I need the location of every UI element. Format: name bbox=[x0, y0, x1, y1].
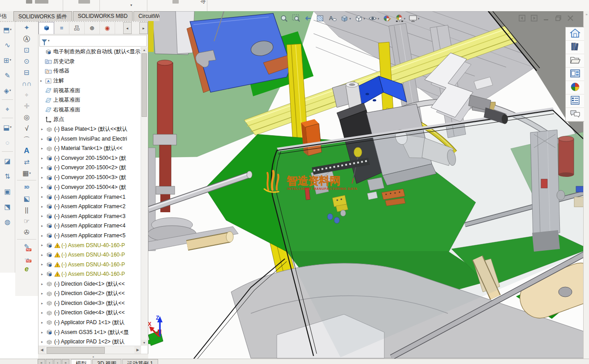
expand-arrow-icon[interactable]: ▸ bbox=[41, 272, 46, 276]
chevron-down-icon[interactable]: ▾ bbox=[29, 171, 31, 175]
taskpane-view-palette-button[interactable] bbox=[566, 68, 584, 81]
taskpane-custom-properties-button[interactable] bbox=[566, 94, 584, 108]
expand-arrow-icon[interactable]: ▸ bbox=[40, 79, 45, 83]
expand-arrow-icon[interactable]: ▸ bbox=[41, 311, 46, 315]
scroll-left-icon[interactable]: ◀ bbox=[39, 346, 45, 354]
reorder-components-button[interactable]: ⇅ bbox=[0, 168, 15, 184]
viewport-3d[interactable]: Z X Y 智造资料网 INTELLIGENT MANUFACTURING DA… bbox=[148, 11, 589, 359]
expand-arrow-icon[interactable]: ▸ bbox=[41, 301, 46, 305]
nav-first-button[interactable]: « bbox=[38, 359, 45, 364]
format-painter-button[interactable]: ✇ bbox=[15, 227, 38, 238]
expand-arrow-icon[interactable]: ▸ bbox=[41, 176, 46, 180]
tree-item[interactable]: ▸(-) Direction Gide<4> (默认<< bbox=[39, 308, 141, 318]
window-next-button[interactable] bbox=[531, 15, 537, 23]
scrollbar-thumb[interactable] bbox=[47, 347, 105, 354]
edit-3d-pdf-button[interactable]: ✎PDF bbox=[15, 241, 38, 252]
view-orientation-button[interactable]: ▾ bbox=[340, 14, 351, 24]
configurationmanager-tab[interactable]: 品 bbox=[69, 22, 85, 34]
propertymanager-tab[interactable]: ≡ bbox=[54, 22, 69, 34]
equations-button[interactable]: √ bbox=[15, 123, 38, 134]
expand-arrow-icon[interactable]: ▸ bbox=[41, 330, 46, 334]
tree-item[interactable]: 原点 bbox=[39, 115, 141, 124]
chevron-down-icon[interactable]: ▾ bbox=[349, 17, 351, 21]
compare-documents-button[interactable]: || bbox=[15, 204, 38, 215]
assembly-visualization-button[interactable]: ✚ bbox=[15, 100, 38, 111]
edit-component-button[interactable]: ✎ bbox=[0, 68, 15, 83]
section-view-button[interactable] bbox=[316, 14, 325, 24]
assembly-cube-button[interactable]: ⬓▾ bbox=[0, 120, 15, 135]
tree-item[interactable]: ▸(-) Direction Gide<2> (默认<< bbox=[39, 289, 141, 299]
tree-item[interactable]: ▸!(-) Assem DSNU-40-160-P bbox=[39, 270, 141, 279]
tab-evaluate-partial[interactable]: 评估 bbox=[0, 11, 9, 21]
panel-tab-scroll-left[interactable]: ◂ bbox=[123, 22, 132, 34]
interference-detection-button[interactable]: ∩∩ bbox=[15, 78, 38, 89]
view-settings-button[interactable]: ▾ bbox=[408, 14, 420, 24]
featuremanager-tab[interactable] bbox=[39, 22, 54, 34]
expand-arrow-icon[interactable]: ▸ bbox=[41, 291, 46, 295]
tree-item[interactable]: ▸(-) Conveyor 200-1500<4> (默 bbox=[39, 182, 141, 192]
expand-arrow-icon[interactable]: ▸ bbox=[41, 205, 46, 209]
tree-item[interactable]: 历史记录 bbox=[39, 57, 141, 67]
expand-arrow-icon[interactable]: ▸ bbox=[41, 137, 46, 141]
expand-arrow-icon[interactable]: ▸ bbox=[41, 146, 46, 150]
expand-arrow-icon[interactable]: ▸ bbox=[41, 185, 46, 189]
tree-item[interactable]: ▸!(-) Assem DSNU-40-160-P bbox=[39, 260, 141, 270]
assembly-features-button[interactable]: ✦ bbox=[15, 22, 38, 33]
chevron-down-icon[interactable]: ▾ bbox=[10, 58, 12, 62]
tree-item[interactable]: ▸(-) Conveyor 200-1500<1> (默 bbox=[39, 154, 141, 163]
command-tab-2[interactable]: SOLIDWORKS MBD bbox=[73, 11, 133, 21]
expand-arrow-icon[interactable]: ▸ bbox=[41, 340, 46, 344]
tree-item[interactable]: ▸!(-) Assem DSNU-40-160-P bbox=[39, 250, 141, 260]
nav-next-button[interactable]: › bbox=[54, 359, 61, 364]
zoom-to-area-button[interactable] bbox=[292, 14, 301, 24]
taskpane-home-button[interactable] bbox=[566, 27, 584, 41]
filter-funnel-icon[interactable] bbox=[42, 39, 47, 43]
tree-item[interactable]: ▸(-) Conveyor 200-1500<3> (默 bbox=[39, 173, 141, 183]
previous-view-button[interactable] bbox=[304, 14, 313, 24]
mate-button[interactable]: ∿ bbox=[0, 37, 15, 52]
window-close-button[interactable] bbox=[567, 15, 574, 23]
apply-scene-button[interactable]: ▾ bbox=[395, 14, 406, 24]
note-balloon-button[interactable]: Ⓐ bbox=[15, 33, 38, 44]
expand-arrow-icon[interactable]: ▸ bbox=[41, 321, 46, 325]
magnetic-line-button[interactable]: ⊙ bbox=[15, 56, 38, 67]
chevron-down-icon[interactable]: ▾ bbox=[364, 17, 365, 21]
tree-item[interactable]: 前视基准面 bbox=[39, 86, 141, 95]
expand-arrow-icon[interactable]: ▸ bbox=[41, 195, 46, 199]
zoom-to-fit-button[interactable] bbox=[279, 14, 288, 24]
scroll-right-icon[interactable]: ▶ bbox=[134, 346, 141, 354]
nav-last-button[interactable]: » bbox=[62, 359, 69, 364]
section-box-button[interactable]: ◪ bbox=[0, 153, 15, 168]
expand-arrow-icon[interactable]: ▸ bbox=[41, 243, 46, 247]
expand-arrow-icon[interactable]: ▸ bbox=[41, 282, 46, 286]
appearance-cube-button[interactable]: ⬔ bbox=[0, 199, 15, 214]
tree-item[interactable]: ▸(-) Assem Applicator Frame<2 bbox=[39, 202, 141, 212]
chevron-down-icon[interactable]: ▾ bbox=[130, 3, 132, 7]
measure-button[interactable]: ⊟ bbox=[15, 67, 38, 78]
bottom-tab-2[interactable]: 3D 视图 bbox=[92, 359, 121, 364]
command-tab-3[interactable]: CircuitWorks bbox=[133, 11, 159, 21]
edrawings-button[interactable]: e bbox=[15, 263, 38, 274]
tree-item[interactable]: ▸(-) Direction Gide<1> (默认<< bbox=[39, 279, 141, 289]
expand-arrow-icon[interactable]: ▸ bbox=[41, 234, 46, 238]
bottom-tab-1[interactable]: 模型 bbox=[71, 359, 91, 364]
tree-item[interactable]: 上视基准面 bbox=[39, 95, 141, 105]
taskpane-file-explorer-button[interactable] bbox=[566, 54, 584, 68]
tree-item[interactable]: ▸(-) Assem Applicator Frame<1 bbox=[39, 192, 141, 202]
chevron-down-icon[interactable]: ▾ bbox=[9, 89, 11, 92]
smart-fasteners-button[interactable]: ⌖ bbox=[0, 101, 15, 116]
scrollbar-thumb[interactable] bbox=[142, 53, 147, 117]
tree-item[interactable]: ▸(-) Applicator PAD 1<1> (默认 bbox=[39, 318, 141, 328]
edit-appearance-button[interactable] bbox=[383, 14, 391, 24]
chevron-down-icon[interactable]: ▾ bbox=[418, 17, 420, 21]
display-states-button[interactable]: ▣ bbox=[0, 184, 15, 199]
tree-item[interactable]: ▸(-) Assem Applicator Frame<4 bbox=[39, 221, 141, 231]
walkthrough-button[interactable]: ⬕ bbox=[15, 193, 38, 204]
expand-arrow-icon[interactable]: ▸ bbox=[41, 214, 46, 218]
chevron-down-icon[interactable]: ▾ bbox=[10, 28, 12, 31]
chevron-right-icon[interactable]: » bbox=[584, 13, 589, 17]
tree-item[interactable]: ▸(-) Conveyor 200-1500<2> (默 bbox=[39, 163, 141, 173]
window-restore-button[interactable] bbox=[555, 15, 562, 23]
auto-balloon-button[interactable]: ⊡ bbox=[15, 44, 38, 56]
dynamic-annotation-views-button[interactable]: A bbox=[328, 14, 337, 24]
